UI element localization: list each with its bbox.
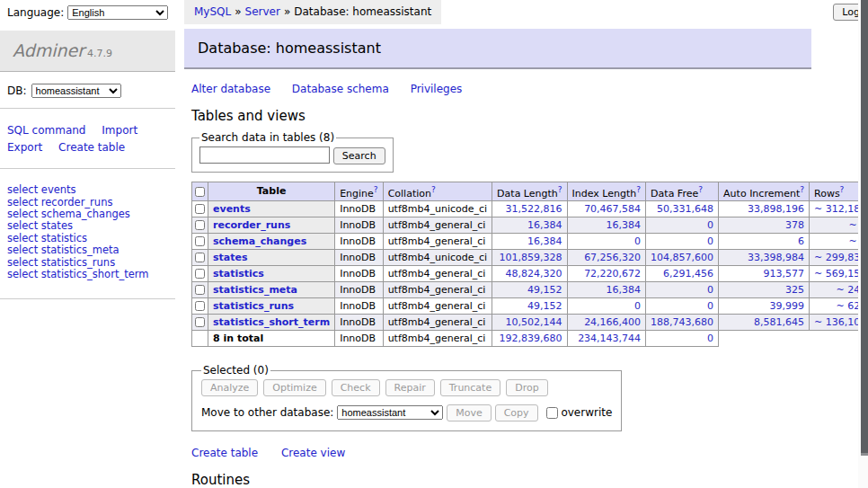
table-link-states[interactable]: states bbox=[213, 252, 248, 263]
link-create-table[interactable]: Create table bbox=[191, 447, 258, 459]
table-name-cell: states bbox=[208, 250, 335, 266]
row-checkbox-statistics-runs[interactable] bbox=[195, 301, 205, 311]
sidebar-item-select-statistics-meta[interactable]: select statistics_meta bbox=[7, 244, 168, 256]
divider bbox=[0, 168, 175, 169]
db-label: DB: bbox=[7, 84, 27, 97]
data-free-cell: 0 bbox=[646, 298, 719, 315]
help-icon[interactable]: ? bbox=[431, 185, 436, 194]
row-checkbox-statistics-short-term[interactable] bbox=[195, 317, 205, 327]
column-header-label: Collation bbox=[388, 187, 431, 199]
table-link-schema-changes[interactable]: schema_changes bbox=[213, 235, 306, 247]
nav-link-database-schema[interactable]: Database schema bbox=[292, 83, 389, 95]
nav-link-privileges[interactable]: Privileges bbox=[411, 83, 463, 95]
optimize-button[interactable]: Optimize bbox=[263, 379, 325, 396]
row-checkbox-recorder-runs[interactable] bbox=[195, 220, 205, 230]
overwrite-checkbox[interactable] bbox=[546, 407, 558, 419]
row-checkbox-schema-changes[interactable] bbox=[195, 236, 205, 246]
breadcrumb-separator: » bbox=[235, 5, 241, 18]
check-button[interactable]: Check bbox=[332, 379, 380, 396]
engine-cell: InnoDB bbox=[335, 298, 383, 315]
column-header-index-length: Index Length? bbox=[567, 182, 646, 201]
engine-cell: InnoDB bbox=[335, 201, 383, 217]
engine-cell: InnoDB bbox=[335, 217, 383, 234]
drop-button[interactable]: Drop bbox=[506, 379, 547, 396]
sidebar-link-create-table[interactable]: Create table bbox=[58, 141, 125, 154]
row-checkbox-statistics-meta[interactable] bbox=[195, 285, 205, 295]
help-icon[interactable]: ? bbox=[800, 185, 804, 194]
data-free-cell: 0 bbox=[646, 282, 719, 298]
data-length-cell: 49,152 bbox=[492, 298, 567, 315]
sidebar-link-import[interactable]: Import bbox=[102, 124, 137, 137]
copy-button[interactable]: Copy bbox=[495, 404, 538, 421]
total-engine: InnoDB bbox=[335, 331, 383, 347]
table-link-recorder-runs[interactable]: recorder_runs bbox=[213, 219, 290, 231]
analyze-button[interactable]: Analyze bbox=[201, 379, 258, 396]
adminer-logo[interactable]: Adminer4.7.9 bbox=[0, 31, 175, 72]
data-length-cell: 16,384 bbox=[492, 217, 567, 234]
sidebar: Language:English Adminer4.7.9 DB:homeass… bbox=[0, 0, 175, 488]
table-link-statistics-short-term[interactable]: statistics_short_term bbox=[213, 316, 330, 328]
scrollbar[interactable] bbox=[858, 0, 868, 488]
index-length-cell: 67,256,320 bbox=[567, 250, 646, 266]
help-icon[interactable]: ? bbox=[374, 185, 378, 194]
help-icon[interactable]: ? bbox=[698, 185, 703, 194]
row-checkbox-states[interactable] bbox=[195, 253, 205, 262]
table-name-cell: statistics_meta bbox=[208, 282, 335, 298]
data-length-cell: 48,824,320 bbox=[492, 266, 567, 282]
column-header-label: Data Length bbox=[497, 187, 558, 199]
row-checkbox-statistics[interactable] bbox=[195, 269, 205, 279]
data-length-cell: 16,384 bbox=[492, 234, 567, 250]
sidebar-item-select-statistics[interactable]: select statistics bbox=[7, 233, 168, 244]
link-create-view[interactable]: Create view bbox=[281, 447, 345, 459]
index-length-cell: 24,166,400 bbox=[567, 315, 646, 331]
row-checkbox-cell bbox=[192, 266, 208, 282]
table-row: eventsInnoDButf8mb4_unicode_ci31,522,816… bbox=[192, 201, 868, 217]
table-link-statistics-meta[interactable]: statistics_meta bbox=[213, 284, 297, 296]
selected-fieldset: Selected (0) AnalyzeOptimizeCheckRepairT… bbox=[191, 364, 622, 431]
column-header-engine: Engine? bbox=[335, 182, 383, 201]
sidebar-item-select-statistics-short-term[interactable]: select statistics_short_term bbox=[7, 269, 168, 280]
breadcrumb-mysql[interactable]: MySQL bbox=[194, 5, 231, 18]
repair-button[interactable]: Repair bbox=[385, 379, 435, 396]
data-free-cell: 6,291,456 bbox=[646, 266, 719, 282]
row-checkbox-cell bbox=[192, 250, 208, 266]
total-collation: utf8mb4_general_ci bbox=[383, 331, 492, 347]
search-input[interactable] bbox=[199, 146, 330, 164]
index-length-cell: 70,467,584 bbox=[567, 201, 646, 217]
move-database-select[interactable]: homeassistant bbox=[337, 405, 443, 420]
data-length-cell: 31,522,816 bbox=[492, 201, 567, 217]
sidebar-table-links: select events select recorder_runs selec… bbox=[0, 180, 175, 288]
sidebar-link-sql-command[interactable]: SQL command bbox=[7, 124, 85, 137]
truncate-button[interactable]: Truncate bbox=[440, 379, 500, 396]
auto-increment-cell: 325 bbox=[719, 282, 810, 298]
table-link-statistics-runs[interactable]: statistics_runs bbox=[213, 300, 294, 312]
search-button[interactable]: Search bbox=[333, 147, 385, 164]
row-checkbox-cell bbox=[192, 217, 208, 234]
move-button[interactable]: Move bbox=[447, 404, 492, 421]
db-select[interactable]: homeassistant bbox=[31, 84, 121, 98]
sidebar-item-select-events[interactable]: select events bbox=[7, 184, 168, 196]
collation-cell: utf8mb4_general_ci bbox=[383, 298, 492, 315]
engine-cell: InnoDB bbox=[335, 250, 383, 266]
main-content: MySQL»Server»Database: homeassistant Log… bbox=[184, 0, 853, 488]
collation-cell: utf8mb4_general_ci bbox=[383, 282, 492, 298]
index-length-cell: 16,384 bbox=[567, 282, 646, 298]
sidebar-item-select-states[interactable]: select states bbox=[7, 220, 168, 232]
language-select[interactable]: English bbox=[67, 5, 168, 20]
table-link-statistics[interactable]: statistics bbox=[213, 268, 264, 279]
select-all-checkbox[interactable] bbox=[195, 187, 205, 197]
help-icon[interactable]: ? bbox=[636, 185, 641, 194]
help-icon[interactable]: ? bbox=[840, 185, 845, 194]
scrollbar-thumb[interactable] bbox=[861, 0, 868, 456]
table-link-events[interactable]: events bbox=[213, 203, 251, 215]
breadcrumb-server[interactable]: Server bbox=[245, 5, 280, 18]
nav-link-alter-database[interactable]: Alter database bbox=[191, 83, 270, 95]
sidebar-item-select-schema-changes[interactable]: select schema_changes bbox=[7, 209, 168, 220]
row-checkbox-events[interactable] bbox=[195, 204, 205, 214]
help-icon[interactable]: ? bbox=[558, 185, 562, 194]
engine-cell: InnoDB bbox=[335, 315, 383, 331]
sidebar-link-export[interactable]: Export bbox=[7, 141, 42, 154]
column-header-label: Table bbox=[257, 185, 287, 197]
sidebar-item-select-recorder-runs[interactable]: select recorder_runs bbox=[7, 197, 168, 209]
sidebar-item-select-statistics-runs[interactable]: select statistics_runs bbox=[7, 257, 168, 269]
